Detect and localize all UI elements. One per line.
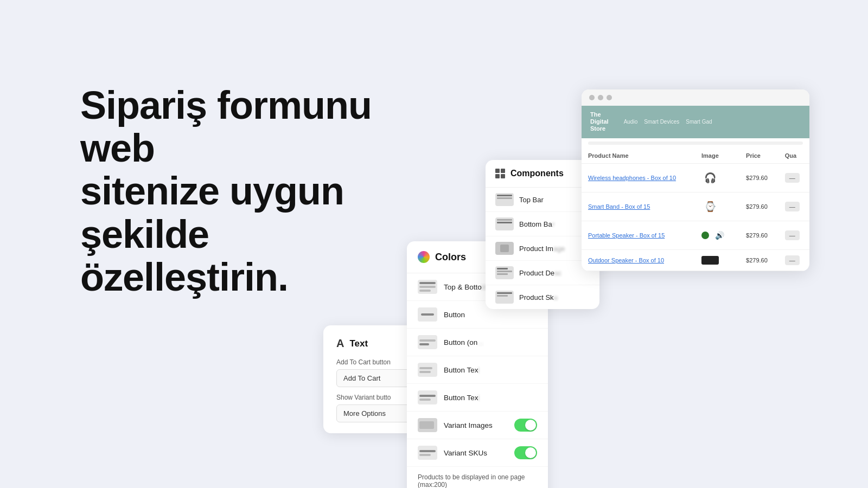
variant-images-toggle[interactable] [514,419,537,432]
nav-link-audio[interactable]: Audio [624,119,638,125]
button-label: Button [444,311,465,319]
button-text1-item[interactable]: Button Text [407,356,548,384]
comp-product-sku-label: Product Sku [519,293,558,301]
variant-images-thumb [418,418,437,432]
button-text1-label: Button Text [444,366,480,374]
text-panel-title: Text [349,338,368,349]
product-link-headphones[interactable]: Wireless headphones - Box of 10 [588,175,676,181]
comp-product-desc-label: Product Desc [519,269,561,277]
button-text2-thumb [418,390,437,404]
button-text1-thumb [418,363,437,377]
product-link-outdoor-speaker[interactable]: Outdoor Speaker - Box of 10 [588,257,664,264]
text-icon: A [336,337,344,350]
button-text2-label: Button Text [444,394,480,402]
comp-bottom-bar-thumb [495,217,514,230]
hero-heading: Sipariş formunu web sitenize uygun şekil… [80,84,395,299]
price-smartband: $279.60 [739,192,778,221]
top-bottom-thumb [418,280,437,294]
qty-btn-outdoor-speaker[interactable]: — [785,255,800,265]
store-logo: The Digital Store [590,111,609,133]
titlebar-dot-3 [607,95,612,100]
color-wheel-icon [418,251,430,263]
comp-product-sku-thumb [495,291,514,304]
product-link-smartband[interactable]: Smart Band - Box of 15 [588,203,650,210]
price-outdoor-speaker: $279.60 [739,249,778,271]
colors-panel-title: Colors [435,252,466,263]
hero-section: Sipariş formunu web sitenize uygun şekil… [80,84,395,299]
store-panel: The Digital Store Audio Smart Devices Sm… [582,89,809,271]
comp-product-desc-thumb [495,266,514,279]
variant-skus-thumb [418,446,437,460]
button-on-item[interactable]: Button (on... [407,329,548,356]
store-nav-links: Audio Smart Devices Smart Gad [624,119,712,125]
table-row: Wireless headphones - Box of 10 🎧 $279.6… [582,163,809,192]
variant-images-item[interactable]: Variant Images [407,412,548,439]
qty-btn-smartband[interactable]: — [785,202,800,211]
comp-product-image-label: Product Image [519,245,565,253]
product-table: Product Name Image Price Qua Wireless he… [582,148,809,271]
comp-top-bar-label: Top Bar [519,196,544,204]
button-on-thumb [418,335,437,349]
variant-skus-label: Variant SKUs [444,449,487,457]
color-swatch-outdoor [701,256,719,265]
address-bar [588,142,803,145]
product-link-speaker[interactable]: Portable Speaker - Box of 15 [588,232,665,239]
col-qty: Qua [778,148,809,164]
qty-btn-speaker[interactable]: — [785,230,800,240]
nav-link-smart-devices[interactable]: Smart Devices [644,119,679,125]
product-img-headphones: 🎧 [701,169,719,187]
variant-images-label: Variant Images [444,421,493,429]
store-nav: The Digital Store Audio Smart Devices Sm… [582,106,809,138]
price-speaker: $279.60 [739,221,778,249]
titlebar-dot-2 [598,95,603,100]
table-row: Portable Speaker - Box of 15 🔊 $279.60 — [582,221,809,249]
col-product-name: Product Name [582,148,695,164]
variant-skus-toggle[interactable] [514,446,537,459]
store-titlebar [582,89,809,106]
grid-icon [495,169,505,178]
product-img-smartband: ⌚ [701,198,719,215]
comp-product-image-thumb [495,242,514,255]
price-headphones: $279.60 [739,163,778,192]
table-row: Outdoor Speaker - Box of 10 $279.60 — [582,249,809,271]
products-per-page-label: Products to be displayed in one page (ma… [407,467,548,488]
comp-product-sku[interactable]: Product Sku [486,285,599,309]
col-price: Price [739,148,778,164]
col-image: Image [695,148,739,164]
qty-btn-headphones[interactable]: — [785,173,800,183]
button-thumb [418,307,437,322]
titlebar-dot-1 [589,95,595,100]
variant-skus-item[interactable]: Variant SKUs [407,439,548,467]
nav-link-smart-gadgets[interactable]: Smart Gad [686,119,712,125]
components-panel-title: Components [510,169,564,178]
table-row: Smart Band - Box of 15 ⌚ $279.60 — [582,192,809,221]
button-text2-item[interactable]: Button Text [407,384,548,412]
product-img-speaker: 🔊 [701,227,733,244]
button-on-label: Button (on... [444,338,484,346]
comp-top-bar-thumb [495,193,514,206]
comp-bottom-bar-label: Bottom Bar [519,220,554,228]
